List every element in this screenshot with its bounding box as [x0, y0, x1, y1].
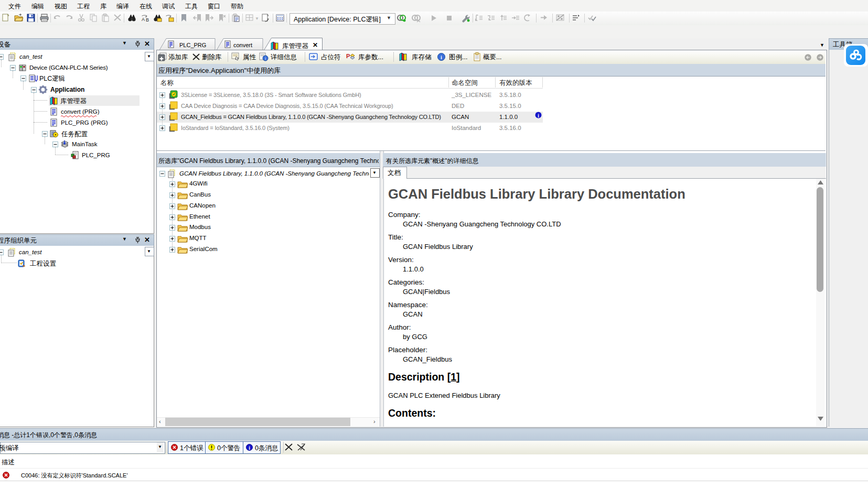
svg-text:i: i [538, 113, 539, 118]
svg-text:i: i [441, 55, 442, 60]
svg-text:P: P [346, 53, 350, 59]
svg-text:A: A [142, 17, 145, 22]
svg-text:i: i [249, 445, 250, 451]
svg-text:B: B [146, 17, 149, 23]
